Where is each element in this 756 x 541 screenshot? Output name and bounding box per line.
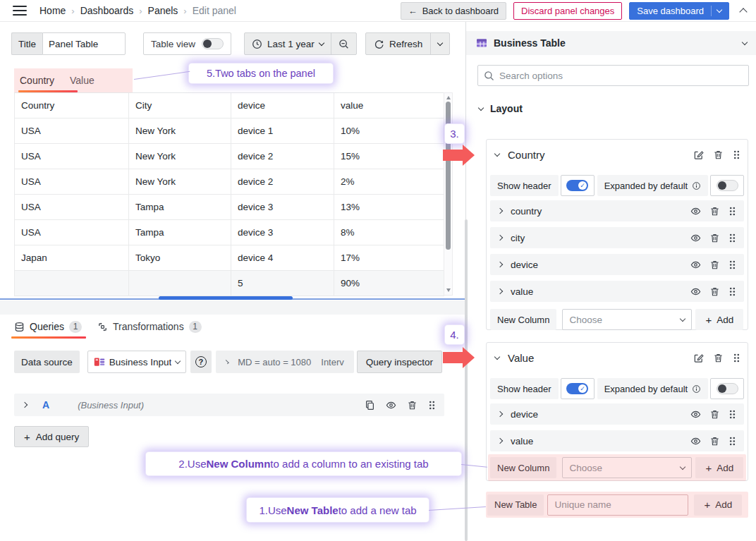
drag-handle-icon[interactable] bbox=[428, 400, 436, 411]
column-row-country[interactable]: country bbox=[490, 200, 744, 221]
drag-handle-icon[interactable] bbox=[728, 409, 736, 420]
breadcrumb-separator: › bbox=[71, 6, 74, 16]
visualization-picker[interactable]: Business Table bbox=[466, 31, 756, 55]
visibility-icon[interactable] bbox=[690, 206, 701, 217]
column-header[interactable]: City bbox=[129, 93, 231, 118]
breadcrumb-home[interactable]: Home bbox=[39, 5, 66, 16]
scroll-down-arrow[interactable] bbox=[446, 288, 451, 292]
datasource-picker[interactable]: Business Input bbox=[87, 351, 186, 373]
menu-icon[interactable] bbox=[13, 6, 27, 16]
expand-column-icon[interactable] bbox=[497, 208, 503, 214]
delete-column-icon[interactable] bbox=[709, 286, 720, 297]
options-search[interactable] bbox=[477, 65, 749, 86]
add-column-button[interactable]: + Add bbox=[695, 457, 743, 478]
expanded-by-default-toggle[interactable] bbox=[717, 180, 738, 191]
drag-handle-icon[interactable] bbox=[728, 436, 736, 446]
expand-column-icon[interactable] bbox=[497, 235, 503, 241]
tab-queries[interactable]: Queries 1 bbox=[11, 315, 85, 339]
column-row-value[interactable]: value bbox=[490, 281, 744, 302]
expanded-by-default-toggle[interactable] bbox=[717, 383, 738, 394]
pane-resize-handle[interactable] bbox=[159, 296, 293, 300]
table-row: USA Tampa device 3 8% bbox=[15, 220, 444, 245]
table-scrollbar[interactable] bbox=[444, 92, 453, 296]
drag-handle-icon[interactable] bbox=[733, 353, 740, 363]
time-range-picker[interactable]: Last 1 year bbox=[245, 33, 331, 54]
expand-column-icon[interactable] bbox=[497, 438, 503, 444]
collapse-header-icon[interactable] bbox=[739, 8, 747, 16]
delete-group-icon[interactable] bbox=[713, 353, 724, 363]
collapse-group-icon[interactable] bbox=[494, 150, 500, 156]
breadcrumb-dashboards[interactable]: Dashboards bbox=[80, 5, 134, 16]
refresh-button[interactable]: Refresh bbox=[366, 33, 430, 54]
scroll-up-arrow[interactable] bbox=[446, 96, 451, 99]
column-header[interactable]: device bbox=[231, 93, 334, 118]
delete-column-icon[interactable] bbox=[709, 409, 720, 420]
discard-label: Discard panel changes bbox=[521, 6, 614, 16]
panel-title-input[interactable] bbox=[42, 32, 126, 55]
expand-column-icon[interactable] bbox=[497, 411, 503, 417]
expand-column-icon[interactable] bbox=[497, 288, 503, 294]
column-row-value[interactable]: value bbox=[490, 430, 744, 451]
annotation-text: 4. bbox=[450, 329, 459, 341]
sidebar-scrollbar[interactable] bbox=[465, 219, 468, 541]
new-column-select[interactable]: Choose bbox=[562, 309, 692, 330]
drag-handle-icon[interactable] bbox=[728, 260, 736, 270]
query-row-a[interactable]: A (Business Input) bbox=[14, 394, 444, 416]
new-column-select[interactable]: Choose bbox=[562, 457, 692, 478]
back-to-dashboard-button[interactable]: ← Back to dashboard bbox=[401, 2, 506, 20]
layout-section-header[interactable]: Layout bbox=[479, 103, 523, 114]
table-cell: device 3 bbox=[231, 220, 334, 245]
chevron-down-icon[interactable] bbox=[717, 6, 722, 12]
duplicate-query-icon[interactable] bbox=[365, 400, 375, 411]
add-column-button[interactable]: + Add bbox=[695, 309, 743, 330]
expand-column-icon[interactable] bbox=[497, 262, 503, 267]
transformations-icon bbox=[97, 322, 108, 332]
add-query-button[interactable]: + Add query bbox=[14, 426, 89, 447]
visibility-icon[interactable] bbox=[690, 233, 701, 243]
visibility-icon[interactable] bbox=[690, 260, 701, 270]
column-row-device[interactable]: device bbox=[490, 254, 744, 275]
delete-column-icon[interactable] bbox=[709, 206, 720, 217]
breadcrumb-panels[interactable]: Panels bbox=[148, 5, 178, 16]
refresh-interval-dropdown[interactable] bbox=[431, 33, 449, 54]
datasource-value: Business Input bbox=[109, 357, 171, 367]
annotation-step5: 5.Two tabs on the panel bbox=[189, 63, 333, 83]
visibility-icon[interactable] bbox=[690, 409, 701, 420]
options-search-input[interactable] bbox=[499, 71, 743, 81]
drag-handle-icon[interactable] bbox=[728, 206, 736, 217]
chevron-down-icon bbox=[742, 39, 748, 44]
delete-column-icon[interactable] bbox=[709, 436, 720, 446]
zoom-out-time-button[interactable] bbox=[331, 33, 356, 54]
new-table-name-input[interactable] bbox=[547, 494, 688, 516]
tab-transformations[interactable]: Transformations 1 bbox=[94, 315, 205, 339]
add-table-button[interactable]: + Add bbox=[694, 494, 742, 516]
column-header[interactable]: value bbox=[334, 93, 444, 118]
drag-handle-icon[interactable] bbox=[728, 233, 736, 243]
column-row-city[interactable]: city bbox=[490, 227, 744, 248]
datasource-help-button[interactable]: ? bbox=[190, 351, 212, 373]
save-dashboard-button[interactable]: Save dashboard bbox=[629, 2, 729, 20]
delete-query-icon[interactable] bbox=[407, 400, 417, 411]
delete-column-icon[interactable] bbox=[709, 233, 720, 243]
edit-group-icon[interactable] bbox=[693, 353, 704, 363]
delete-group-icon[interactable] bbox=[713, 150, 724, 160]
discard-panel-changes-button[interactable]: Discard panel changes bbox=[513, 2, 622, 20]
collapse-group-icon[interactable] bbox=[494, 353, 500, 359]
expand-query-icon[interactable] bbox=[22, 402, 28, 408]
drag-handle-icon[interactable] bbox=[728, 286, 736, 297]
edit-group-icon[interactable] bbox=[693, 150, 704, 160]
table-view-toggle[interactable] bbox=[202, 38, 224, 49]
drag-handle-icon[interactable] bbox=[733, 150, 740, 160]
visibility-icon[interactable] bbox=[690, 286, 701, 297]
column-header[interactable]: Country bbox=[15, 93, 129, 118]
query-inspector-button[interactable]: Query inspector bbox=[357, 351, 442, 373]
show-header-toggle[interactable]: ✓ bbox=[566, 383, 588, 394]
add-label: Add bbox=[715, 499, 732, 510]
annotation-step1: 1.Use New Table to add a new tab bbox=[247, 498, 429, 522]
hide-query-icon[interactable] bbox=[386, 400, 396, 411]
delete-column-icon[interactable] bbox=[709, 260, 720, 270]
visibility-icon[interactable] bbox=[690, 436, 701, 446]
show-header-toggle[interactable]: ✓ bbox=[566, 180, 588, 191]
query-options-summary[interactable]: MD = auto = 1080 Interv bbox=[216, 351, 354, 373]
column-row-device[interactable]: device bbox=[490, 403, 744, 425]
